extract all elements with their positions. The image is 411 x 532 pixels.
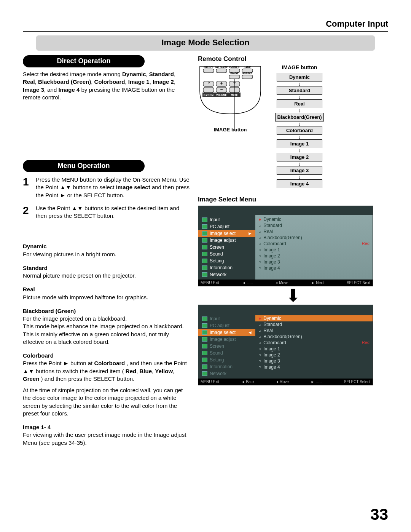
mode-name: Image 1- 4 xyxy=(23,423,190,431)
svg-rect-16 xyxy=(203,87,214,93)
b: Image 2 xyxy=(153,78,174,85)
svg-text:FREEZE: FREEZE xyxy=(204,66,213,69)
osd-option-item: ● Dynamic xyxy=(255,315,373,321)
svg-text:P-TIMER: P-TIMER xyxy=(229,66,240,69)
right-column: Remote Control FREEZE NO SHOW P-TIMER LA… xyxy=(198,55,388,453)
mode-image14: Image 1- 4 For viewing with the user pre… xyxy=(23,423,190,447)
osd-option-item: ○ Image 1 xyxy=(258,247,370,253)
menu-icon xyxy=(202,351,207,355)
osd-option-item: ○ Real xyxy=(258,328,370,334)
bullet-icon: ○ xyxy=(258,364,262,370)
menu-icon xyxy=(202,337,207,342)
osd-option-label: Image 4 xyxy=(262,364,280,370)
svg-text:NO SHOW: NO SHOW xyxy=(215,66,228,69)
osd-option-item: ● Dynamic xyxy=(258,216,370,222)
osd-nav-label: Input xyxy=(210,316,220,321)
cycle-box: Image 3 xyxy=(277,166,322,175)
cycle-box: Standard xyxy=(277,86,322,95)
b: Yellow xyxy=(155,368,173,374)
bullet-icon: ○ xyxy=(258,223,262,228)
b: Real xyxy=(23,78,35,85)
osd-nav-item: Network xyxy=(198,370,255,377)
osd-option-label: Image 4 xyxy=(262,265,280,271)
svg-text:IMAGE: IMAGE xyxy=(230,72,239,75)
mode-standard: Standard Normal picture mode preset on t… xyxy=(23,264,190,280)
osd-screenshot-1: InputPC adjustImage select ►Image adjust… xyxy=(198,206,373,286)
arrow-icon: ► xyxy=(248,231,252,236)
b: Red xyxy=(126,368,136,374)
osd-nav-item: Image adjust xyxy=(198,237,255,244)
step-2: 2 Use the Point ▲▼ buttons to select the… xyxy=(23,204,190,220)
osd-option-item: ○ Blackboard(Green) xyxy=(258,235,370,241)
osd-nav-label: Network xyxy=(210,272,226,277)
osd-nav-item: Information xyxy=(198,363,255,370)
direct-operation-text: Select the desired image mode among Dyna… xyxy=(23,70,190,101)
osd-nav-label: PC adjust xyxy=(210,224,229,229)
menu-icon xyxy=(202,364,207,369)
osd-nav-label: Information xyxy=(210,364,233,369)
osd-nav-item: Image adjust xyxy=(198,336,255,343)
c: , xyxy=(150,78,153,85)
svg-text:ASPECT: ASPECT xyxy=(242,72,252,75)
osd-option-value: Red xyxy=(362,241,370,246)
mode-name: Colorboard xyxy=(23,352,190,359)
b: Colorboard xyxy=(94,78,125,85)
osd-nav-item: Information xyxy=(198,264,255,271)
svg-text:VOLUME: VOLUME xyxy=(216,94,227,96)
cycle-box: Image 1 xyxy=(277,139,322,148)
menu-icon xyxy=(202,238,207,243)
step-1: 1 Press the MENU button to display the O… xyxy=(23,176,190,199)
svg-rect-0 xyxy=(203,69,214,73)
down-arrow-icon: ⬇ xyxy=(198,288,388,303)
down-arrow-icon: ↓ xyxy=(267,135,332,139)
bullet-icon: ○ xyxy=(258,358,262,364)
down-arrow-icon: ↓ xyxy=(267,121,332,126)
down-arrow-icon: ↓ xyxy=(267,95,332,99)
menu-icon xyxy=(202,252,207,256)
step-number: 2 xyxy=(23,204,32,220)
step-text: Press the MENU button to display the On-… xyxy=(36,176,190,199)
c: , and xyxy=(44,86,59,93)
t: ) and then press the SELECT button. xyxy=(41,375,135,382)
mode-dynamic: Dynamic For viewing pictures in a bright… xyxy=(23,243,190,258)
osd-option-label: Image 1 xyxy=(262,247,280,252)
cycle-box: Colorboard xyxy=(277,126,322,135)
mode-name: Standard xyxy=(23,264,190,272)
osd-nav-item: Input xyxy=(198,315,255,322)
down-arrow-icon: ↓ xyxy=(267,175,332,179)
osd-nav-label: PC adjust xyxy=(210,323,229,328)
bullet-icon: ○ xyxy=(258,334,262,339)
mode-desc: For viewing with the user preset image m… xyxy=(23,431,186,446)
osd-option-label: Real xyxy=(262,328,273,333)
osd-option-label: Colorboard xyxy=(262,241,286,246)
b: Image 1 xyxy=(128,78,150,85)
page-number: 33 xyxy=(370,505,388,524)
cycle-title: IMAGE button xyxy=(267,64,332,70)
step-text: Use the Point ▲▼ buttons to select the d… xyxy=(36,204,190,220)
menu-icon xyxy=(202,371,207,376)
osd-nav-item: Setting xyxy=(198,257,255,264)
osd-nav-item: PC adjust xyxy=(198,223,255,230)
c: , xyxy=(91,78,94,85)
menu-icon xyxy=(202,344,207,348)
c: , xyxy=(146,71,149,77)
osd-nav-item: Input xyxy=(198,216,255,223)
cycle-box: Image 4 xyxy=(277,179,322,188)
foot-item: MENU Exit xyxy=(201,380,219,384)
remote-control-heading: Remote Control xyxy=(198,55,388,63)
b: Blue xyxy=(140,368,152,374)
osd-option-label: Image 2 xyxy=(262,352,280,358)
foot-item: SELECT Select xyxy=(344,380,370,384)
mode-desc: For viewing pictures in a bright room. xyxy=(23,251,116,257)
mode-name: Dynamic xyxy=(23,243,190,250)
svg-text:LAMP: LAMP xyxy=(244,66,251,69)
osd-option-label: Standard xyxy=(262,322,282,327)
menu-icon xyxy=(202,245,207,249)
foot-item: ◄ ----- xyxy=(242,281,253,285)
osd-nav-label: Screen xyxy=(210,244,224,250)
menu-icon xyxy=(202,265,207,270)
osd-nav-label: Sound xyxy=(210,251,223,257)
osd-option-label: Image 1 xyxy=(262,346,280,351)
osd-nav-label: Image adjust xyxy=(210,238,236,243)
mode-desc-p1: Press the Point ► button at Colorboard ,… xyxy=(23,360,187,382)
